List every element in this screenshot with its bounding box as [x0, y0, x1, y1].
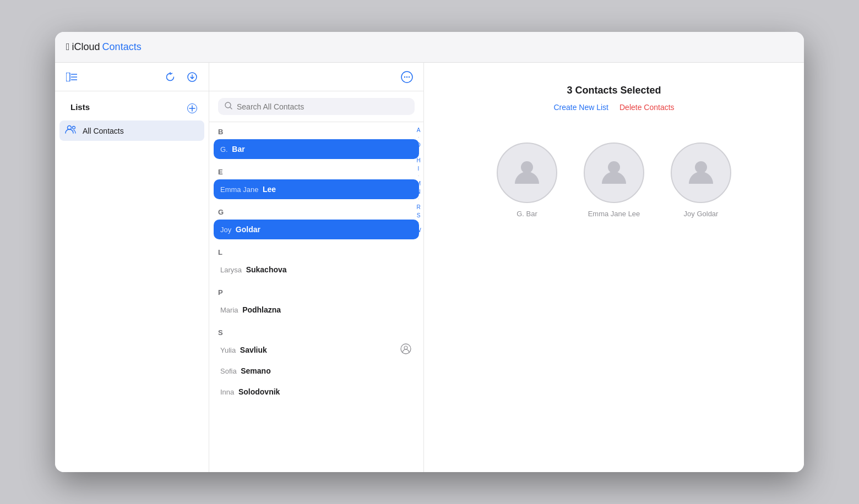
contact-row[interactable]: Joy Goldar — [214, 220, 419, 239]
svg-point-18 — [521, 161, 533, 173]
avatar-item: Emma Jane Lee — [584, 143, 644, 218]
avatar-name: Emma Jane Lee — [588, 210, 640, 218]
contact-name: Sofia Semano — [220, 366, 271, 375]
detail-actions: Create New List Delete Contacts — [553, 103, 674, 112]
alpha-a[interactable]: A — [415, 127, 422, 134]
alpha-s[interactable]: S — [415, 212, 422, 219]
svg-point-13 — [409, 76, 410, 77]
avatar-name: Joy Goldar — [684, 210, 719, 218]
section-header-s: S — [214, 323, 419, 339]
section-header-e: E — [214, 162, 419, 178]
svg-point-12 — [406, 76, 407, 77]
search-input[interactable] — [237, 102, 408, 111]
section-e: E Emma Jane Lee — [209, 162, 423, 202]
create-new-list-button[interactable]: Create New List — [553, 103, 608, 112]
alpha-m[interactable]: M — [415, 180, 422, 187]
import-button[interactable] — [184, 69, 200, 85]
contact-name: Emma Jane Lee — [220, 185, 276, 194]
search-icon — [225, 102, 232, 111]
alpha-d[interactable]: D — [415, 141, 422, 149]
avatar-icon — [597, 155, 630, 190]
main-layout: Lists — [55, 63, 804, 472]
avatar-name: G. Bar — [517, 210, 537, 218]
svg-point-11 — [404, 76, 405, 77]
section-p: P Maria Podhlazna — [209, 283, 423, 323]
contact-row[interactable]: Maria Podhlazna — [214, 300, 419, 320]
contact-row[interactable]: G. Bar — [214, 139, 419, 159]
delete-contacts-button[interactable]: Delete Contacts — [619, 103, 675, 112]
contact-name: G. Bar — [220, 145, 245, 154]
contact-row[interactable]: Sofia Semano — [214, 361, 419, 381]
account-icon — [400, 343, 411, 357]
contact-list-panel: A · D · H I · M N · R S · W B — [209, 63, 424, 472]
svg-point-17 — [404, 346, 407, 349]
add-list-button[interactable] — [186, 102, 199, 115]
title-bar:  iCloud Contacts — [55, 32, 804, 63]
sidebar-item-all-contacts[interactable]: All Contacts — [59, 120, 204, 141]
refresh-button[interactable] — [162, 69, 178, 85]
contact-name: Maria Podhlazna — [220, 305, 281, 314]
selected-count-title: 3 Contacts Selected — [567, 85, 661, 96]
section-header-b: B — [214, 122, 419, 138]
contacts-scroll[interactable]: A · D · H I · M N · R S · W B — [209, 122, 423, 472]
sidebar-toggle-button[interactable] — [64, 69, 79, 85]
sidebar-toolbar — [55, 63, 209, 91]
alpha-n[interactable]: N — [415, 188, 422, 195]
app-logo:  iCloud Contacts — [66, 41, 142, 53]
avatar-item: G. Bar — [497, 143, 557, 218]
section-s: S Yulia Savliuk — [209, 323, 423, 405]
contact-name: Joy Goldar — [220, 225, 260, 234]
alpha-h[interactable]: H — [415, 157, 422, 164]
section-g: G Joy Goldar — [209, 202, 423, 243]
contact-list-toolbar — [209, 63, 423, 91]
avatar-circle — [497, 143, 557, 203]
contact-name: Yulia Savliuk — [220, 346, 267, 354]
section-l: L Larysa Sukachova — [209, 243, 423, 283]
more-options-button[interactable] — [399, 69, 415, 85]
lists-title: Lists — [65, 100, 95, 116]
search-bar-container — [209, 91, 423, 122]
avatar-circle — [584, 143, 644, 203]
svg-line-15 — [230, 107, 232, 109]
alpha-w[interactable]: W — [415, 227, 422, 234]
sidebar-content: Lists — [55, 91, 209, 147]
section-b: B G. Bar — [209, 122, 423, 162]
svg-point-20 — [695, 161, 707, 173]
sidebar: Lists — [55, 63, 209, 472]
contact-row[interactable]: Yulia Savliuk — [214, 340, 419, 360]
section-header-g: G — [214, 202, 419, 218]
avatar-icon — [510, 155, 543, 190]
selected-avatars: G. Bar Emma Jane Lee — [497, 143, 731, 218]
contact-row[interactable]: Inna Solodovnik — [214, 382, 419, 402]
svg-rect-0 — [66, 73, 70, 81]
contact-name: Larysa Sukachova — [220, 265, 287, 274]
contacts-label: Contacts — [102, 41, 142, 53]
svg-point-14 — [225, 102, 231, 108]
detail-panel: 3 Contacts Selected Create New List Dele… — [424, 63, 804, 472]
search-bar[interactable] — [218, 98, 415, 115]
sidebar-item-label: All Contacts — [83, 127, 124, 135]
section-header-p: P — [214, 283, 419, 299]
apple-icon:  — [66, 41, 70, 53]
avatar-icon — [684, 155, 717, 190]
icloud-label: iCloud — [72, 41, 100, 53]
app-window:  iCloud Contacts — [55, 32, 804, 472]
contact-row[interactable]: Larysa Sukachova — [214, 260, 419, 280]
section-header-l: L — [214, 243, 419, 259]
svg-point-19 — [608, 161, 620, 173]
svg-point-9 — [73, 127, 75, 129]
all-contacts-icon — [65, 125, 77, 136]
contact-name: Inna Solodovnik — [220, 387, 280, 396]
contact-row[interactable]: Emma Jane Lee — [214, 179, 419, 199]
alpha-r[interactable]: R — [415, 204, 422, 211]
alpha-i[interactable]: I — [415, 165, 422, 172]
avatar-item: Joy Goldar — [671, 143, 731, 218]
avatar-circle — [671, 143, 731, 203]
